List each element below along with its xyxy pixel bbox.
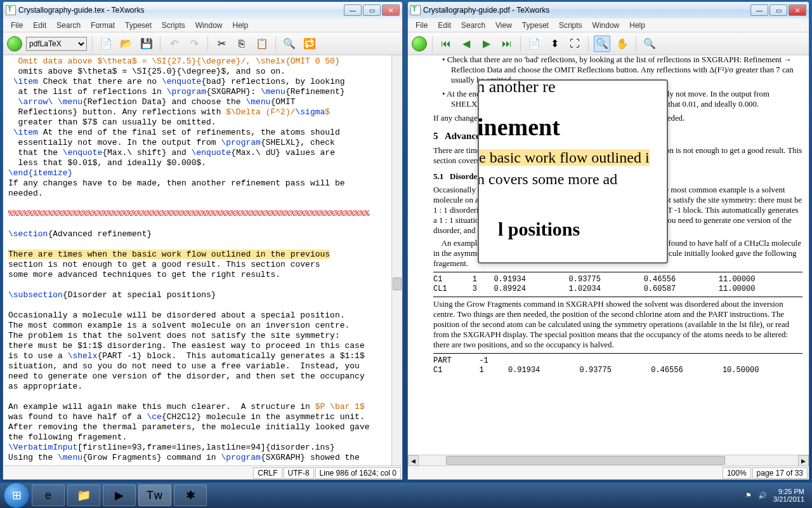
editor-window: Crystallography-guide.tex - TeXworks — ▭… — [3, 1, 403, 480]
pdf-window: Crystallography-guide.pdf - TeXworks — ▭… — [407, 1, 809, 480]
taskbar-texworks-icon[interactable]: Tᴡ — [138, 485, 171, 506]
menu-edit[interactable]: Edit — [28, 20, 51, 31]
editor-titlebar[interactable]: Crystallography-guide.tex - TeXworks — ▭… — [3, 2, 402, 18]
fit-window-icon[interactable]: ⛶ — [566, 36, 583, 52]
status-encoding[interactable]: UTF-8 — [284, 467, 314, 479]
first-page-icon[interactable]: ⏮ — [438, 36, 454, 52]
minimize-button[interactable]: — — [750, 4, 768, 16]
menu-scripts[interactable]: Scripts — [554, 20, 587, 31]
minimize-button[interactable]: — — [344, 4, 362, 16]
typeset-button[interactable] — [7, 36, 22, 51]
menu-window[interactable]: Window — [190, 20, 228, 31]
typeset-button[interactable] — [412, 36, 427, 51]
new-file-icon[interactable]: 📄 — [98, 36, 114, 52]
find-icon[interactable]: 🔍 — [641, 36, 658, 52]
editor-statusbar: CRLF UTF-8 Line 986 of 1624; col 0 — [3, 465, 402, 479]
taskbar-ie-icon[interactable]: e — [32, 485, 65, 506]
taskbar-explorer-icon[interactable]: 📁 — [67, 485, 100, 506]
find-icon[interactable]: 🔍 — [281, 36, 298, 52]
fit-width-icon[interactable]: ⬍ — [546, 36, 563, 52]
taskbar-mediaplayer-icon[interactable]: ▶ — [103, 485, 136, 506]
taskbar-app-icon[interactable]: ✱ — [174, 485, 207, 506]
menu-help[interactable]: Help — [624, 20, 650, 31]
menu-typeset[interactable]: Typeset — [120, 20, 157, 31]
last-page-icon[interactable]: ⏭ — [499, 36, 515, 52]
maximize-button[interactable]: ▭ — [363, 4, 381, 16]
save-file-icon[interactable]: 💾 — [138, 36, 155, 52]
source-editor[interactable]: Omit data above $\theta$ = \SI{27.5}{\de… — [3, 55, 402, 465]
menu-format[interactable]: Format — [86, 20, 120, 31]
undo-icon[interactable]: ↶ — [166, 36, 182, 52]
tray-flag-icon[interactable]: ⚑ — [745, 491, 752, 500]
status-position: Line 986 of 1624; col 0 — [315, 467, 401, 479]
redo-icon[interactable]: ↷ — [186, 36, 202, 52]
status-crlf[interactable]: CRLF — [253, 467, 282, 479]
actual-size-icon[interactable]: 📄 — [526, 36, 542, 52]
taskbar: ⊞ e 📁 ▶ Tᴡ ✱ ⚑ 🔊 9:25 PM 3/21/2011 — [0, 483, 812, 508]
menu-help[interactable]: Help — [227, 20, 253, 31]
menu-view[interactable]: View — [490, 20, 517, 31]
pdf-title: Crystallography-guide.pdf - TeXworks — [423, 6, 750, 15]
pdf-titlebar[interactable]: Crystallography-guide.pdf - TeXworks — ▭… — [408, 2, 809, 18]
editor-toolbar: pdfLaTeX 📄 📂 💾 ↶ ↷ ✂ ⎘ 📋 🔍 🔁 — [3, 32, 402, 55]
maximize-button[interactable]: ▭ — [769, 4, 787, 16]
menu-window[interactable]: Window — [587, 20, 625, 31]
menu-search[interactable]: Search — [456, 20, 490, 31]
system-tray[interactable]: ⚑ 🔊 9:25 PM 3/21/2011 — [745, 488, 808, 503]
engine-select[interactable]: pdfLaTeX — [26, 37, 87, 51]
menu-typeset[interactable]: Typeset — [517, 20, 554, 31]
pdf-table: PART-1 C110.919340.937750.4655610.50000 — [433, 356, 802, 375]
app-icon — [6, 5, 16, 15]
magnifier-overlay: e, then another re inement he basic work… — [478, 79, 668, 264]
pdf-table: C110.919340.937750.4655611.00000 CL130.8… — [433, 275, 802, 294]
menu-file[interactable]: File — [6, 20, 28, 31]
open-file-icon[interactable]: 📂 — [118, 36, 134, 52]
pdf-text: Using the Grow Fragments command in SXGR… — [433, 300, 802, 351]
status-page[interactable]: page 17 of 33 — [752, 467, 808, 479]
next-page-icon[interactable]: ▶ — [478, 36, 495, 52]
editor-vscrollbar[interactable] — [391, 55, 402, 465]
tray-clock[interactable]: 9:25 PM 3/21/2011 — [773, 488, 804, 503]
replace-icon[interactable]: 🔁 — [301, 36, 318, 52]
cut-icon[interactable]: ✂ — [213, 36, 230, 52]
start-button[interactable]: ⊞ — [4, 483, 29, 508]
app-icon — [410, 5, 421, 15]
scroll-tool-icon[interactable]: ✋ — [614, 36, 631, 52]
paste-icon[interactable]: 📋 — [254, 36, 270, 52]
pdf-menubar: File Edit Search View Typeset Scripts Wi… — [408, 18, 809, 32]
menu-edit[interactable]: Edit — [433, 20, 456, 31]
pdf-toolbar: ⏮ ◀ ▶ ⏭ 📄 ⬍ ⛶ 🔍 ✋ 🔍 — [408, 32, 809, 55]
close-button[interactable]: ✕ — [789, 4, 806, 16]
menu-search[interactable]: Search — [51, 20, 86, 31]
close-button[interactable]: ✕ — [382, 4, 400, 16]
menu-scripts[interactable]: Scripts — [157, 20, 190, 31]
editor-title: Crystallography-guide.tex - TeXworks — [18, 6, 344, 15]
copy-icon[interactable]: ⎘ — [233, 36, 250, 52]
pdf-canvas[interactable]: Check that there are no 'bad' reflection… — [408, 55, 809, 455]
menu-file[interactable]: File — [410, 20, 433, 31]
magnifier-tool-icon[interactable]: 🔍 — [594, 36, 610, 52]
editor-menubar: File Edit Search Format Typeset Scripts … — [3, 18, 402, 32]
pdf-statusbar: 100% page 17 of 33 — [408, 465, 809, 479]
status-zoom[interactable]: 100% — [723, 467, 751, 479]
pdf-hscrollbar[interactable]: ◀ ▶ — [408, 455, 809, 465]
prev-page-icon[interactable]: ◀ — [458, 36, 475, 52]
tray-speaker-icon[interactable]: 🔊 — [758, 491, 767, 500]
